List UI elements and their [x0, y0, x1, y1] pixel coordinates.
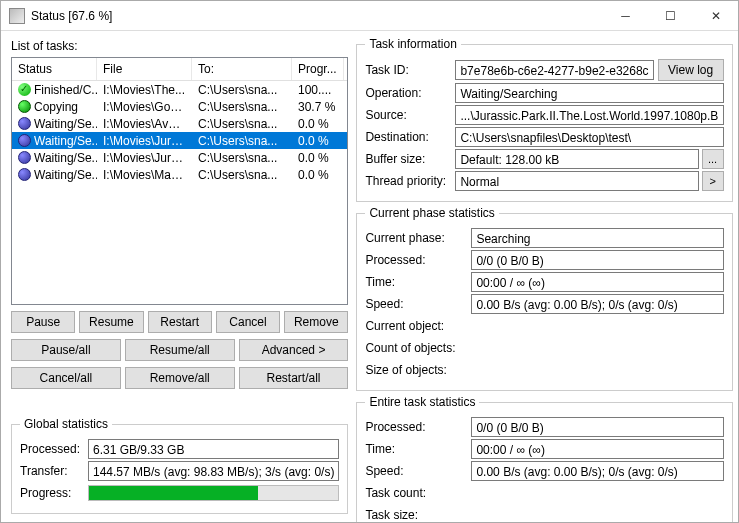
button-row-3: Cancel/all Remove/all Restart/all [11, 367, 348, 389]
entire-time-label: Time: [365, 442, 471, 456]
cell-file: I:\Movies\Aven... [97, 116, 192, 132]
global-legend: Global statistics [20, 417, 112, 431]
phase-count-value [471, 346, 723, 350]
phase-legend: Current phase statistics [365, 206, 498, 220]
view-log-button[interactable]: View log [658, 59, 724, 81]
global-transfer-value: 144.57 MB/s (avg: 98.83 MB/s); 3/s (avg:… [88, 461, 339, 481]
status-icon [18, 168, 31, 181]
advanced-button[interactable]: Advanced > [239, 339, 349, 361]
entire-task-statistics: Entire task statistics Processed:0/0 (0 … [356, 395, 732, 523]
entire-tcount-label: Task count: [365, 486, 471, 500]
entire-speed-label: Speed: [365, 464, 471, 478]
operation-label: Operation: [365, 86, 455, 100]
remove-button[interactable]: Remove [284, 311, 348, 333]
window-title: Status [67.6 %] [31, 9, 603, 23]
phase-size-label: Size of objects: [365, 363, 471, 377]
cell-progress: 0.0 % [292, 150, 344, 166]
col-to[interactable]: To: [192, 58, 292, 80]
table-row[interactable]: Waiting/Se...I:\Movies\Mad ...C:\Users\s… [12, 166, 347, 183]
entire-time-value: 00:00 / ∞ (∞) [471, 439, 723, 459]
task-list[interactable]: Status File To: Progr... Finished/C...I:… [11, 57, 348, 305]
cell-status: Waiting/Se... [12, 167, 97, 183]
phase-count-label: Count of objects: [365, 341, 471, 355]
col-file[interactable]: File [97, 58, 192, 80]
current-phase-statistics: Current phase statistics Current phase:S… [356, 206, 732, 391]
entire-tcount-value [471, 491, 723, 495]
task-id-value: b7e78e6b-c6e2-4277-b9e2-e3268c [455, 60, 653, 80]
col-progress[interactable]: Progr... [292, 58, 344, 80]
cell-progress: 100.... [292, 82, 344, 98]
cell-status: Finished/C... [12, 82, 97, 98]
task-info-legend: Task information [365, 37, 460, 51]
table-row[interactable]: CopyingI:\Movies\Goos...C:\Users\sna...3… [12, 98, 347, 115]
task-information: Task information Task ID: b7e78e6b-c6e2-… [356, 37, 732, 202]
phase-value: Searching [471, 228, 723, 248]
entire-proc-value: 0/0 (0 B/0 B) [471, 417, 723, 437]
global-transfer-label: Transfer: [20, 464, 88, 478]
cell-progress: 0.0 % [292, 133, 344, 149]
titlebar: Status [67.6 %] ─ ☐ ✕ [1, 1, 738, 31]
phase-proc-label: Processed: [365, 253, 471, 267]
status-icon [18, 83, 31, 96]
remove-all-button[interactable]: Remove/all [125, 367, 235, 389]
cell-progress: 0.0 % [292, 116, 344, 132]
cell-status: Waiting/Se... [12, 133, 97, 149]
cell-file: I:\Movies\The... [97, 82, 192, 98]
buffer-value: Default: 128.00 kB [455, 149, 698, 169]
cell-file: I:\Movies\Juras... [97, 150, 192, 166]
entire-tsize-label: Task size: [365, 508, 471, 522]
cell-progress: 30.7 % [292, 99, 344, 115]
global-progress-bar [88, 485, 339, 501]
restart-button[interactable]: Restart [148, 311, 212, 333]
table-row[interactable]: Waiting/Se...I:\Movies\Juras...C:\Users\… [12, 132, 347, 149]
global-statistics: Global statistics Processed: 6.31 GB/9.3… [11, 417, 348, 514]
app-icon [9, 8, 25, 24]
phase-speed-label: Speed: [365, 297, 471, 311]
cell-file: I:\Movies\Juras... [97, 133, 192, 149]
table-row[interactable]: Waiting/Se...I:\Movies\Juras...C:\Users\… [12, 149, 347, 166]
cell-to: C:\Users\sna... [192, 150, 292, 166]
list-header[interactable]: Status File To: Progr... [12, 58, 347, 81]
button-row-2: Pause/all Resume/all Advanced > [11, 339, 348, 361]
priority-more-button[interactable]: > [702, 171, 724, 191]
phase-curobj-value [471, 324, 723, 328]
status-icon [18, 117, 31, 130]
source-label: Source: [365, 108, 455, 122]
cell-file: I:\Movies\Goos... [97, 99, 192, 115]
list-label: List of tasks: [11, 39, 348, 53]
cancel-button[interactable]: Cancel [216, 311, 280, 333]
cancel-all-button[interactable]: Cancel/all [11, 367, 121, 389]
resume-all-button[interactable]: Resume/all [125, 339, 235, 361]
col-status[interactable]: Status [12, 58, 97, 80]
minimize-button[interactable]: ─ [603, 1, 648, 30]
buffer-more-button[interactable]: ... [702, 149, 724, 169]
global-processed-value: 6.31 GB/9.33 GB [88, 439, 339, 459]
pause-all-button[interactable]: Pause/all [11, 339, 121, 361]
cell-to: C:\Users\sna... [192, 99, 292, 115]
cell-file: I:\Movies\Mad ... [97, 167, 192, 183]
cell-status: Waiting/Se... [12, 116, 97, 132]
cell-to: C:\Users\sna... [192, 167, 292, 183]
phase-time-label: Time: [365, 275, 471, 289]
entire-proc-label: Processed: [365, 420, 471, 434]
phase-size-value [471, 368, 723, 372]
status-icon [18, 134, 31, 147]
pause-button[interactable]: Pause [11, 311, 75, 333]
destination-label: Destination: [365, 130, 455, 144]
global-processed-label: Processed: [20, 442, 88, 456]
status-icon [18, 151, 31, 164]
table-row[interactable]: Finished/C...I:\Movies\The...C:\Users\sn… [12, 81, 347, 98]
button-row-1: Pause Resume Restart Cancel Remove [11, 311, 348, 333]
phase-label: Current phase: [365, 231, 471, 245]
table-row[interactable]: Waiting/Se...I:\Movies\Aven...C:\Users\s… [12, 115, 347, 132]
phase-time-value: 00:00 / ∞ (∞) [471, 272, 723, 292]
maximize-button[interactable]: ☐ [648, 1, 693, 30]
restart-all-button[interactable]: Restart/all [239, 367, 349, 389]
resume-button[interactable]: Resume [79, 311, 143, 333]
phase-speed-value: 0.00 B/s (avg: 0.00 B/s); 0/s (avg: 0/s) [471, 294, 723, 314]
status-icon [18, 100, 31, 113]
phase-curobj-label: Current object: [365, 319, 471, 333]
cell-to: C:\Users\sna... [192, 82, 292, 98]
close-button[interactable]: ✕ [693, 1, 738, 30]
cell-progress: 0.0 % [292, 167, 344, 183]
